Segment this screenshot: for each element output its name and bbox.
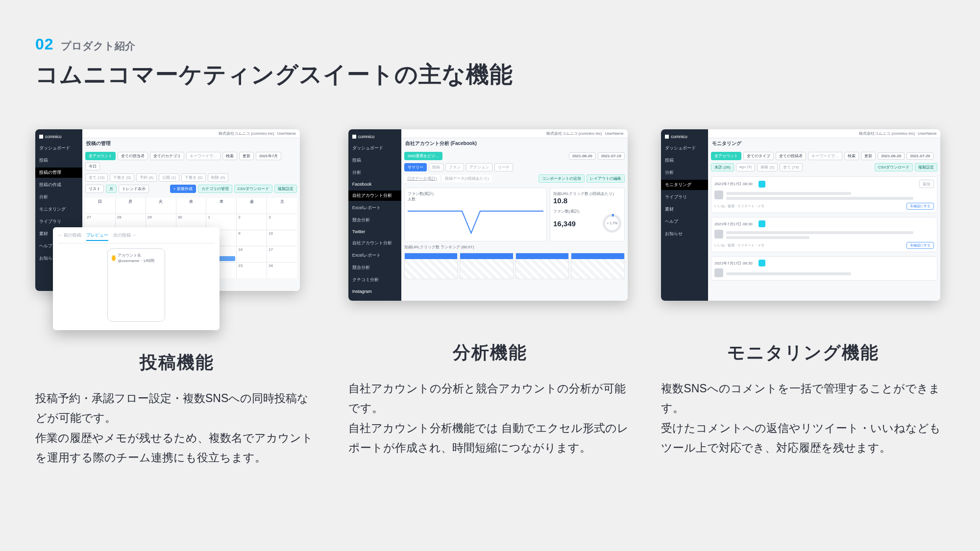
phone-frame: アカウント名 @username・1/時間 [107, 248, 165, 322]
sidebar-sub: 競合分析 [348, 263, 401, 273]
brand: comnico [348, 132, 401, 141]
user-name: UserName [277, 131, 296, 136]
rank-card [515, 253, 569, 279]
sparkline-chart [408, 204, 543, 238]
card-title: 短縮URLクリック数 (1投稿あたり) [553, 191, 621, 196]
preview-next: 次の投稿 → [113, 232, 137, 241]
add-component-button: コンポーネントの追加 [539, 174, 585, 183]
subtab-perpost: 投稿データ(1投稿あたり) [442, 175, 492, 182]
user-name: UserName [605, 131, 623, 136]
text-placeholder [726, 272, 851, 275]
dow: 水 [176, 198, 206, 214]
refresh-button: 更新 [239, 152, 254, 160]
dup-button: 複製設定 [274, 185, 297, 193]
brand-name: comnico [45, 134, 62, 139]
calendar-cell: 3 [267, 214, 297, 230]
col-posting: comnico ダッシュボード 投稿 投稿の管理 投稿の作成 分析 モニタリング… [35, 129, 319, 467]
date-from: 2021-06-20 [569, 152, 596, 160]
text-placeholder [726, 192, 851, 195]
tab-actions: アクション [466, 163, 492, 171]
sidebar-item-active: モニタリング [661, 180, 708, 190]
eyebrow: 02 プロダクト紹介 [35, 35, 945, 53]
sidebar-item: 分析 [348, 168, 401, 178]
filter-category: 全てのカテゴリ [150, 152, 184, 160]
dow: 日 [85, 198, 115, 214]
like-icon [759, 220, 765, 227]
meta-rt: リツイート [737, 243, 755, 247]
rank-card [460, 253, 514, 279]
filter-toolbar: SNS運用をビジ… 2021-06-20 2021-07-19 [401, 149, 628, 163]
feature-analytics: 分析機能 自社アカウントの分析と競合アカウントの分析が可能です。 自社アカウント… [348, 341, 632, 457]
thumb-posting: comnico ダッシュボード 投稿 投稿の管理 投稿の作成 分析 モニタリング… [35, 129, 319, 335]
rank-card [404, 253, 458, 279]
refresh-button: 更新 [861, 152, 876, 160]
feature-monitoring: モニタリング機能 複数SNSへのコメントを一括で管理することができます。 受けた… [661, 341, 945, 457]
dow: 火 [146, 198, 176, 214]
brand: comnico [661, 132, 708, 141]
post-date: 2021年7月17日 08:30 [714, 181, 752, 187]
tab-scheduled: 予約 (6) [136, 173, 157, 182]
sidebar-item: 投稿の作成 [35, 180, 82, 190]
calendar-cell: 23 [237, 263, 267, 278]
filter-account: 全アカウント [711, 152, 741, 160]
text-placeholder [726, 197, 913, 200]
calendar-cell: 16 [237, 246, 267, 262]
org-name: 株式会社コムニコ (comnico inc) [859, 131, 915, 136]
calendar-cell: 10 [267, 230, 297, 246]
filter-author: 全ての投稿者 [776, 152, 806, 160]
analytics-content: ファン数(累計) 人数 短縮URLクリック数 (1投稿あたり) [401, 186, 628, 301]
app-sidebar: comnico ダッシュボード 投稿 分析 Facebook 自社アカウント分析… [348, 129, 401, 301]
tab-summary: サマリー [404, 163, 427, 171]
feature-title: 投稿機能 [35, 351, 319, 375]
filter-keyword: キーワードで… [186, 152, 220, 160]
tab-hold: 保留 (2) [757, 163, 778, 171]
feature-title: モニタリング機能 [661, 341, 945, 365]
text-placeholder [726, 231, 913, 234]
month-picker: 2021年7月 [256, 152, 281, 160]
dow: 月 [116, 198, 146, 214]
today-button: 今日 [85, 162, 100, 170]
tab-published: 公開 (1) [159, 173, 179, 182]
view-list: リスト [85, 185, 104, 193]
sidebar-sub: Instagram [348, 287, 401, 296]
search-button: 検索 [222, 152, 237, 160]
sidebar-sub: Excelレポート [348, 250, 401, 261]
edit-layout-button: レイアウトの編集 [587, 174, 625, 183]
search-button: 検索 [844, 152, 859, 160]
sidebar-sub: Excelレポート [348, 203, 401, 213]
status-tabs: 全て (13) 下書き (0) 予約 (6) 公開 (1) 下書き (0) 削除… [82, 173, 300, 185]
card-value2: 16,349 [553, 219, 576, 228]
new-post-button: + 新規作成 [170, 185, 196, 193]
post-item: 2021年7月17日 08:30 [711, 217, 937, 252]
topbar: 株式会社コムニコ (comnico inc) UserName [401, 129, 628, 138]
app-main: 株式会社コムニコ (comnico inc) UserName 自社アカウント分… [401, 129, 628, 301]
calendar-cell: 24 [267, 263, 297, 278]
calendar-cell: 17 [267, 246, 297, 262]
date-to: 2021-07-20 [906, 152, 933, 160]
sidebar-sub: Twitter [348, 227, 401, 236]
eyebrow-text: プロダクト紹介 [61, 39, 135, 53]
avatar-icon [714, 230, 723, 239]
card-title: ファン数(累計) [408, 191, 543, 196]
tab-posts: 投稿 [429, 163, 443, 171]
date-from: 2021-06-20 [878, 152, 905, 160]
text-placeholder [726, 236, 809, 239]
tab-fans: ファン [445, 163, 464, 171]
feature-desc: 投稿予約・承認フロー設定・複数SNSへの同時投稿などが可能です。 作業の履歴やメ… [35, 388, 319, 467]
dow: 土 [267, 198, 297, 214]
brand-name: comnico [358, 134, 375, 139]
sidebar-sub: 自社アカウント分析 [348, 238, 401, 248]
tab-deleted: 削除 (0) [208, 173, 228, 182]
columns: comnico ダッシュボード 投稿 投稿の管理 投稿の作成 分析 モニタリング… [0, 90, 980, 467]
calendar-cell: 2 [237, 214, 267, 230]
screenshot-monitoring: comnico ダッシュボード 投稿 分析 モニタリング ライブラリ 素材 ヘル… [661, 129, 940, 301]
post-item: 2021年7月17日 08:30 返信 [711, 176, 937, 213]
calendar-cell: 9 [237, 230, 267, 246]
card-url-clicks: 短縮URLクリック数 (1投稿あたり) 10.8 ファン数(累計) 16,349… [550, 188, 625, 241]
sidebar-sub: クチコミ分析 [348, 275, 401, 285]
like-icon [759, 181, 765, 188]
sidebar-item: お知らせ [661, 229, 708, 239]
csv-button: CSVダウンロード [875, 163, 913, 171]
sidebar-item: ダッシュボード [661, 143, 708, 153]
tab-all: 全て (79) [780, 163, 802, 171]
